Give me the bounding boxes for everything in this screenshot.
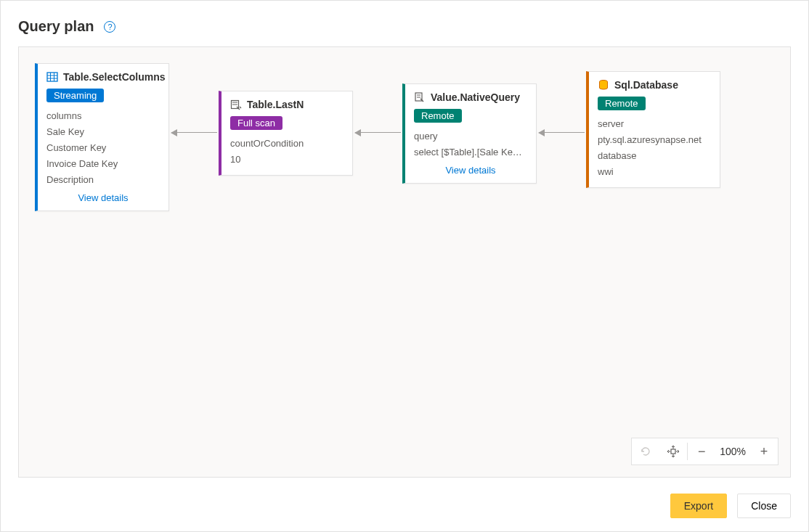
fit-to-screen-button[interactable]	[659, 438, 687, 465]
query-icon	[414, 91, 426, 103]
zoom-out-button[interactable]: −	[688, 438, 715, 465]
node-detail: columns	[46, 108, 160, 124]
filter-icon	[230, 99, 242, 110]
node-select-columns[interactable]: Table.SelectColumns Streaming columns Sa…	[35, 63, 169, 211]
node-lastn[interactable]: Table.LastN Full scan countOrCondition 1…	[219, 91, 353, 176]
view-details-link[interactable]: View details	[46, 192, 160, 203]
page-title: Query plan	[18, 18, 94, 35]
undo-button	[632, 438, 659, 465]
svg-rect-12	[671, 449, 675, 454]
node-detail: server	[598, 116, 711, 132]
node-detail: query	[414, 128, 527, 144]
node-detail: 10	[230, 152, 343, 168]
view-details-link[interactable]: View details	[414, 165, 527, 176]
svg-rect-0	[47, 73, 57, 81]
dialog-footer: Export Close	[670, 494, 791, 518]
badge-streaming: Streaming	[46, 89, 104, 102]
badge-fullscan: Full scan	[230, 116, 282, 130]
node-detail: Sale Key	[46, 124, 160, 140]
node-detail: Invoice Date Key	[46, 156, 160, 172]
export-button[interactable]: Export	[670, 494, 727, 518]
node-title: Table.LastN	[247, 99, 304, 110]
dialog-header: Query plan ?	[1, 1, 808, 46]
arrow	[171, 132, 217, 133]
table-icon	[46, 71, 58, 83]
node-detail: countOrCondition	[230, 136, 343, 152]
zoom-controls: − 100% +	[631, 438, 778, 465]
node-detail: select [$Table].[Sale Ke…	[414, 144, 527, 160]
node-detail: Customer Key	[46, 140, 160, 156]
node-detail: wwi	[598, 164, 711, 180]
badge-remote: Remote	[414, 109, 462, 123]
node-detail: Description	[46, 172, 160, 188]
node-native-query[interactable]: Value.NativeQuery Remote query select [$…	[402, 83, 537, 184]
node-title: Value.NativeQuery	[431, 91, 520, 103]
arrow	[539, 132, 585, 133]
database-icon	[598, 79, 609, 91]
query-plan-canvas[interactable]: Table.SelectColumns Streaming columns Sa…	[18, 46, 791, 478]
node-title: Sql.Database	[614, 79, 678, 91]
badge-remote: Remote	[598, 97, 646, 110]
node-database[interactable]: Sql.Database Remote server pty.sql.azure…	[586, 71, 720, 188]
zoom-level: 100%	[715, 446, 750, 457]
help-icon[interactable]: ?	[104, 21, 115, 33]
close-button[interactable]: Close	[737, 494, 791, 518]
node-detail: pty.sql.azuresynapse.net	[598, 132, 711, 148]
zoom-in-button[interactable]: +	[750, 438, 778, 465]
node-detail: database	[598, 148, 711, 164]
node-title: Table.SelectColumns	[63, 71, 166, 83]
arrow	[355, 132, 401, 133]
